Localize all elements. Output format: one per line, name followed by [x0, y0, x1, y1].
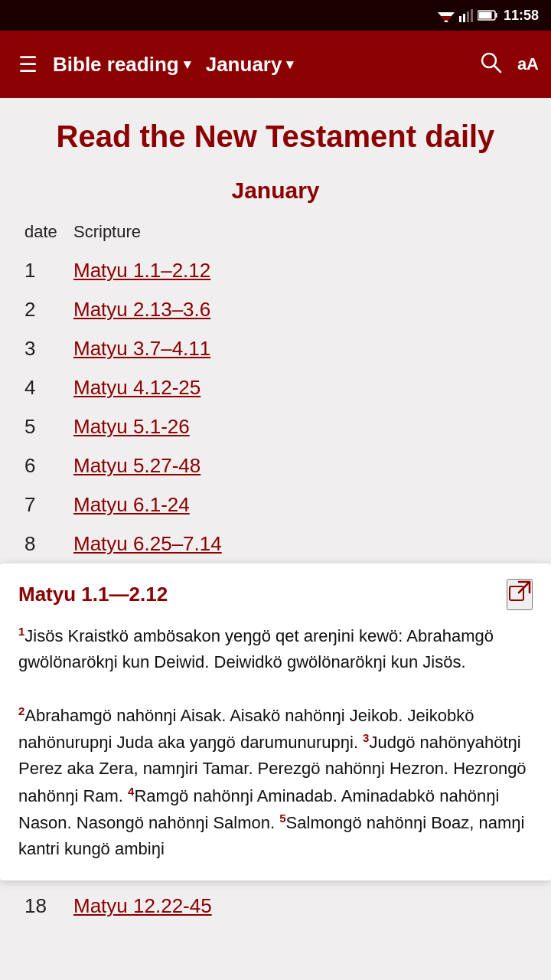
month-heading: January: [24, 178, 527, 204]
bottom-scripture-link[interactable]: Matyu 12.22-45: [73, 894, 212, 918]
scripture-link[interactable]: Matyu 6.1-24: [73, 493, 190, 516]
date-column-header: date: [24, 216, 73, 251]
status-icons: [438, 8, 497, 22]
battery-icon: [478, 10, 497, 21]
svg-rect-5: [467, 11, 469, 22]
status-bar: 11:58: [0, 0, 551, 31]
app-title-label: Bible reading: [53, 53, 179, 77]
popup-text: 1Jisös Kraistkö ambösakon yeŋgö qet areŋ…: [18, 622, 533, 862]
table-row: 4Matyu 4.12-25: [24, 368, 527, 407]
svg-rect-4: [463, 14, 465, 22]
scripture-popup: Matyu 1.1—2.12 1Jisös Kraistkö ambösakon…: [0, 564, 551, 880]
table-row: 7Matyu 6.1-24: [24, 485, 527, 524]
scripture-link[interactable]: Matyu 6.25–7.14: [73, 532, 222, 555]
svg-rect-9: [478, 12, 491, 19]
top-bar: ☰ Bible reading ▾ January ▾ aA: [0, 31, 551, 98]
month-label: January: [206, 53, 282, 77]
signal-icon: [459, 8, 473, 22]
scripture-link[interactable]: Matyu 5.1-26: [73, 415, 190, 438]
svg-line-11: [494, 66, 500, 72]
bible-reading-button[interactable]: Bible reading ▾: [53, 53, 191, 77]
table-row: 3Matyu 3.7–4.11: [24, 329, 527, 368]
top-bar-actions: aA: [479, 51, 539, 79]
day-number: 4: [24, 368, 73, 407]
menu-button[interactable]: ☰: [12, 49, 44, 80]
svg-rect-3: [459, 16, 461, 22]
page-title: Read the New Testament daily: [24, 116, 527, 156]
day-number: 1: [24, 251, 73, 290]
day-number: 5: [24, 407, 73, 446]
app-title-dropdown-arrow: ▾: [184, 56, 191, 73]
table-row: 5Matyu 5.1-26: [24, 407, 527, 446]
font-size-button[interactable]: aA: [517, 54, 539, 74]
day-number: 3: [24, 329, 73, 368]
svg-rect-6: [471, 9, 473, 22]
search-button[interactable]: [479, 51, 502, 79]
day-number: 8: [24, 524, 73, 564]
month-button[interactable]: January ▾: [206, 53, 294, 77]
table-row: 6Matyu 5.27-48: [24, 446, 527, 485]
main-content: Read the New Testament daily January dat…: [0, 98, 551, 564]
scripture-link[interactable]: Matyu 1.1–2.12: [73, 259, 210, 282]
table-row: 8Matyu 6.25–7.14: [24, 524, 527, 564]
popup-external-link-button[interactable]: [507, 579, 533, 610]
bottom-reading-row: 18 Matyu 12.22-45: [0, 880, 551, 936]
svg-rect-8: [495, 13, 497, 18]
scripture-link[interactable]: Matyu 5.27-48: [73, 454, 201, 477]
day-number: 7: [24, 485, 73, 524]
search-icon: [479, 51, 502, 74]
external-link-icon: [508, 580, 531, 603]
table-row: 1Matyu 1.1–2.12: [24, 251, 527, 290]
wifi-icon: [438, 8, 455, 22]
day-number: 2: [24, 290, 73, 329]
svg-rect-12: [510, 586, 523, 600]
status-time: 11:58: [504, 8, 539, 24]
table-row: 2Matyu 2.13–3.6: [24, 290, 527, 329]
scripture-link[interactable]: Matyu 3.7–4.11: [73, 337, 210, 360]
day-number: 6: [24, 446, 73, 485]
month-dropdown-arrow: ▾: [286, 56, 293, 73]
scripture-column-header: Scripture: [73, 216, 527, 251]
popup-header: Matyu 1.1—2.12: [18, 579, 533, 610]
bottom-day-number: 18: [24, 894, 73, 918]
popup-title: Matyu 1.1—2.12: [18, 583, 168, 606]
scripture-link[interactable]: Matyu 4.12-25: [73, 376, 201, 399]
scripture-link[interactable]: Matyu 2.13–3.6: [73, 298, 210, 321]
reading-table: date Scripture 1Matyu 1.1–2.122Matyu 2.1…: [24, 216, 527, 564]
